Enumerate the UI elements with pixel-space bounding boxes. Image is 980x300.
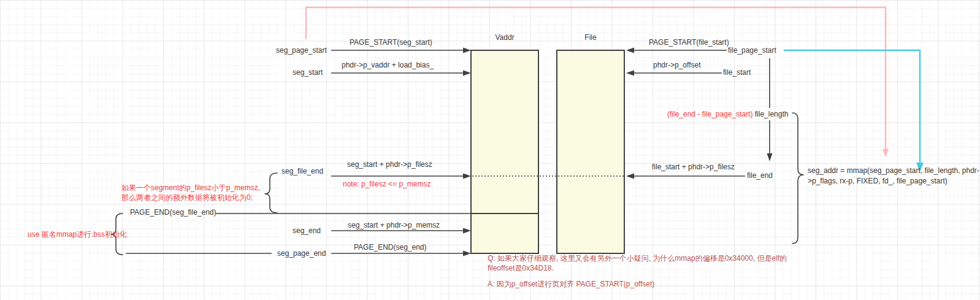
label-file-page-start: file_page_start <box>728 46 776 55</box>
label-filesz-note: note: p_filesz <= p_memsz <box>343 180 431 188</box>
label-file-length-group: (file_end - file_page_start) file_length <box>667 110 788 118</box>
label-page-start-seg-start: PAGE_START(seg_start) <box>350 38 432 47</box>
label-file-length-formula: (file_end - file_page_start) <box>667 110 752 118</box>
cyan-connector <box>784 50 924 172</box>
label-offset-formula: phdr->p_offset <box>653 61 701 69</box>
label-file-start: file_start <box>723 68 751 77</box>
annotation-anon-mmap: use 匿名mmap进行.bss初始化 <box>28 230 127 239</box>
label-file-length: file_length <box>752 110 788 118</box>
label-filesz-formula: seg_start + phdr->p_filesz <box>347 160 432 169</box>
annotation-answer-line: A: 因为p_offset进行页对齐 PAGE_START(p_offset) <box>488 280 654 288</box>
file-column-header: File <box>557 33 624 42</box>
label-file-end: file_end <box>747 171 773 180</box>
file-box <box>557 50 624 253</box>
label-mmap-call-line1: seg_addr = mmap(seg_page_start, file_len… <box>808 166 979 175</box>
vaddr-box <box>471 50 538 253</box>
label-seg-start: seg_start <box>293 68 323 77</box>
label-vaddr-formula: phdr->p_vaddr + load_bias_ <box>342 61 434 69</box>
label-seg-page-start: seg_page_start <box>276 46 327 55</box>
label-mmap-call-line2: >p_flags, rx-p, FIXED, fd_, file_page_st… <box>808 177 947 185</box>
label-page-end-seg-file-end: PAGE_END(seg_file_end) <box>130 208 216 217</box>
label-seg-page-end: seg_page_end <box>277 249 326 258</box>
brace-filesz-gap <box>265 173 277 213</box>
annotation-question-line1: Q: 如果大家仔细观察, 这里又会有另外一个小疑问, 为什么mmap的偏移是0x… <box>488 254 787 263</box>
annotation-question-line2: fileoffset是0x34D18. <box>488 264 554 272</box>
label-page-end-seg-end: PAGE_END(seg_end) <box>354 243 427 252</box>
annotation-filesz-note-line2: 那么两者之间的额外数据将被初始化为0; <box>121 193 253 202</box>
label-seg-end: seg_end <box>293 226 321 235</box>
brace-mmap-call <box>792 113 803 244</box>
label-memsz-formula: seg_start + phdr->p_memsz <box>348 221 440 229</box>
diagram-canvas: Vaddr File seg_page_start PAGE_START(seg… <box>0 0 980 300</box>
annotation-filesz-note-line1: 如果一个segment的p_filesz小于p_memsz, <box>121 183 260 192</box>
vaddr-column-header: Vaddr <box>471 33 538 42</box>
left-arrowheads <box>463 48 471 256</box>
label-file-filesz-formula: file_start + phdr->p_filesz <box>652 163 735 171</box>
label-seg-file-end: seg_file_end <box>281 167 323 175</box>
label-page-start-file-start: PAGE_START(file_start) <box>649 38 729 47</box>
